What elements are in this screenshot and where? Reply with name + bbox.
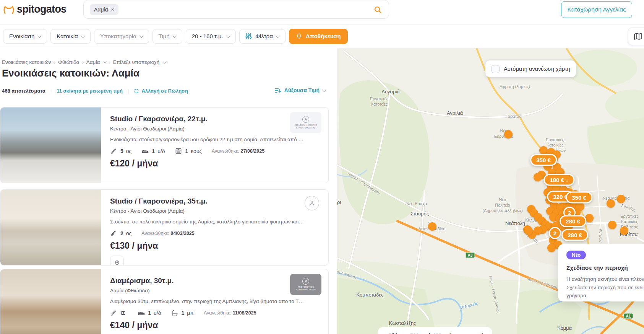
- chevron-down-icon: [103, 60, 107, 64]
- price-marker[interactable]: 280 €: [560, 215, 586, 227]
- filter-size-dropdown[interactable]: 20 - 160 τ.μ.: [186, 29, 236, 44]
- search-icon[interactable]: [374, 6, 382, 15]
- price-marker[interactable]: 350 €: [530, 154, 557, 166]
- listing-card[interactable]: Studio / Γκαρσονιέρα, 22τ.μ. Κέντρο - Άγ…: [0, 107, 329, 183]
- stairs-icon: [110, 309, 118, 317]
- save-search-label: Αποθήκευση: [306, 33, 341, 39]
- breadcrumb-separator: ›: [54, 59, 56, 65]
- map-results-note: Βλέπεις 500 από 468 ακίνητα στον χάρτη: [378, 327, 492, 334]
- map-dot-marker[interactable]: [607, 199, 615, 208]
- map-dot-marker[interactable]: [547, 244, 556, 252]
- listing-location: Κέντρο - Άγιοι Θεόδωροι (Λαμία): [110, 126, 319, 132]
- spitogatos-logo[interactable]: spitogatos: [3, 3, 67, 15]
- listing-title[interactable]: Studio / Γκαρσονιέρα, 35τ.μ.: [110, 197, 319, 205]
- filter-bar: Ενοικίαση Κατοικία Υποκατηγορία Τιμή 20 …: [0, 24, 644, 48]
- results-count: 468 αποτελέσματα: [2, 88, 45, 94]
- agent-name: ΣΕΡΑΦΕΙΜ Ι. ΑΓΓΕΛΗΣΚΤΗΜΑΤΟΜΕΣΙΤΗΣ: [295, 124, 317, 130]
- bed-icon: [141, 147, 149, 155]
- filter-size-label: 20 - 160 τ.μ.: [192, 33, 223, 39]
- search-input[interactable]: Λαμία ×: [83, 0, 389, 19]
- register-listing-button[interactable]: Καταχώρηση Αγγελίας: [561, 1, 632, 18]
- breadcrumb-separator: ›: [82, 59, 84, 65]
- refresh-icon: [134, 88, 139, 94]
- listing-body: Studio / Γκαρσονιέρα, 22τ.μ. Κέντρο - Άγ…: [101, 108, 328, 183]
- chevron-down-icon: [172, 33, 177, 37]
- price-marker[interactable]: 180 € ↓: [543, 174, 574, 186]
- chevron-down-icon: [322, 88, 326, 92]
- filter-subcategory-dropdown[interactable]: Υποκατηγορία: [94, 29, 149, 44]
- map-icon: [633, 32, 642, 41]
- listing-description: Διαμέρισμα 30τμ, επιπλωμένο, στην περιοχ…: [110, 298, 305, 304]
- listing-location: Κέντρο - Άγιοι Θεόδωροι (Λαμία): [110, 208, 319, 214]
- show-on-map-button[interactable]: [110, 256, 124, 266]
- listing-title[interactable]: Studio / Γκαρσονιέρα, 22τ.μ.: [110, 115, 319, 123]
- sort-ascending-icon: [275, 88, 281, 93]
- map-dot-marker[interactable]: [608, 221, 616, 229]
- tooltip-title: Σχεδίασε την περιοχή: [566, 264, 644, 271]
- draw-area-tooltip[interactable]: Νέο Σχεδίασε την περιοχή Η αναζήτηση ακι…: [558, 244, 644, 301]
- listing-photo: [0, 269, 101, 334]
- price-marker[interactable]: 350 €: [566, 192, 592, 204]
- filter-category-dropdown[interactable]: Κατοικία: [50, 29, 90, 44]
- baths-stat: 1μπ: [171, 309, 194, 317]
- breadcrumb-item-subarea[interactable]: Επίλεξε υποπεριοχή: [113, 59, 159, 65]
- sort-dropdown[interactable]: Αύξουσα Τιμή: [275, 87, 326, 93]
- auto-refresh-toggle[interactable]: Αυτόματη ανανέωση χάρτη: [485, 60, 576, 77]
- updated-date: Ανανεώθηκε: 27/08/2025: [212, 148, 264, 154]
- highway-badge: Α1: [624, 313, 633, 319]
- auto-refresh-label: Αυτόματη ανανέωση χάρτη: [504, 66, 570, 72]
- chip-close-icon[interactable]: ×: [111, 7, 114, 13]
- filter-price-dropdown[interactable]: Τιμή: [152, 29, 182, 44]
- updated-date: Ανανεώθηκε: 11/08/2025: [204, 310, 256, 316]
- listing-photo: [0, 190, 101, 265]
- breadcrumb: Ενοικιάσεις κατοικιών › Φθιώτιδα › Λαμία…: [2, 59, 165, 65]
- listing-price: €140 / μήνα: [110, 320, 319, 331]
- agent-avatar-icon: [305, 196, 319, 210]
- map-pane[interactable]: ΛυγαριάΕργατικές ΚατοικίεςΑγριλιάΤαράτσα…: [337, 48, 644, 334]
- auto-refresh-checkbox[interactable]: [492, 65, 500, 73]
- chip-label: Λαμία: [94, 7, 108, 13]
- listing-description: Στούντιο, σε πολύ κεντρικό σημείο της Λα…: [110, 219, 305, 225]
- listing-title[interactable]: Διαμέρισμα, 30τ.μ.: [110, 277, 319, 285]
- switch-to-sale-link[interactable]: Αλλαγή σε Πώληση: [134, 88, 188, 94]
- map-pin-icon: [114, 259, 120, 266]
- reduced-price-link[interactable]: 11 ακίνητα με μειωμένη τιμή: [57, 88, 123, 94]
- price-marker[interactable]: 280 €: [561, 229, 588, 241]
- map-dot-marker[interactable]: [534, 173, 542, 181]
- filter-transaction-label: Ενοικίαση: [9, 33, 34, 39]
- cluster-marker[interactable]: 2: [549, 227, 561, 239]
- map-dot-marker[interactable]: [617, 195, 625, 203]
- filter-more-dropdown[interactable]: Φίλτρα: [239, 29, 286, 44]
- listing-card[interactable]: Studio / Γκαρσονιέρα, 35τ.μ. Κέντρο - Άγ…: [0, 189, 329, 266]
- listing-stats: 5ος 1υ/δ 1κουζ Ανανεώθηκε: 27/08/2025: [110, 147, 319, 155]
- listing-price: €120 / μήνα: [110, 158, 319, 169]
- logo-text: spitogatos: [17, 3, 67, 15]
- save-search-button[interactable]: Αποθήκευση: [289, 29, 348, 44]
- map-dot-marker[interactable]: [620, 226, 628, 235]
- agent-logo: Χ ΧΡΙΣΤΟΠΟΥΛΟΣΚΤΗΜΑΤΟΜΕΣΙΤΙΚΟ: [290, 274, 321, 295]
- filter-transaction-dropdown[interactable]: Ενοικίαση: [3, 29, 47, 44]
- sliders-icon: [245, 33, 252, 39]
- map-dot-marker[interactable]: [524, 226, 533, 235]
- breadcrumb-item-city[interactable]: Λαμία: [86, 59, 100, 65]
- kitchens-stat: 1κουζ: [175, 147, 201, 155]
- agent-emblem-icon: A: [302, 116, 309, 123]
- map-dot-marker[interactable]: [504, 130, 513, 138]
- map-dot-marker[interactable]: [428, 222, 436, 231]
- breadcrumb-item-prefecture[interactable]: Φθιώτιδα: [58, 59, 79, 65]
- tooltip-body: Η αναζήτηση ακινήτου είναι πλέον Σχεδίασ…: [566, 275, 644, 300]
- chevron-down-icon: [276, 33, 280, 37]
- map-dot-marker[interactable]: [585, 214, 594, 222]
- search-location-chip[interactable]: Λαμία ×: [90, 4, 118, 15]
- agent-emblem-icon: Χ: [302, 278, 309, 285]
- chevron-down-icon: [226, 33, 230, 37]
- listing-body: Διαμέρισμα, 30τ.μ. Λαμία (Φθιώτιδα) Χ ΧΡ…: [101, 269, 328, 334]
- stove-icon: [175, 147, 182, 155]
- breadcrumb-item-rentals[interactable]: Ενοικιάσεις κατοικιών: [2, 59, 51, 65]
- chevron-down-icon: [37, 33, 42, 37]
- listing-price: €130 / μήνα: [110, 241, 319, 251]
- bedrooms-stat: 1υ/δ: [141, 147, 165, 155]
- listing-card[interactable]: Διαμέρισμα, 30τ.μ. Λαμία (Φθιώτιδα) Χ ΧΡ…: [0, 269, 329, 334]
- results-meta-row: 468 αποτελέσματα | 11 ακίνητα με μειωμέν…: [2, 88, 188, 94]
- map-view-toggle-button[interactable]: [628, 28, 644, 45]
